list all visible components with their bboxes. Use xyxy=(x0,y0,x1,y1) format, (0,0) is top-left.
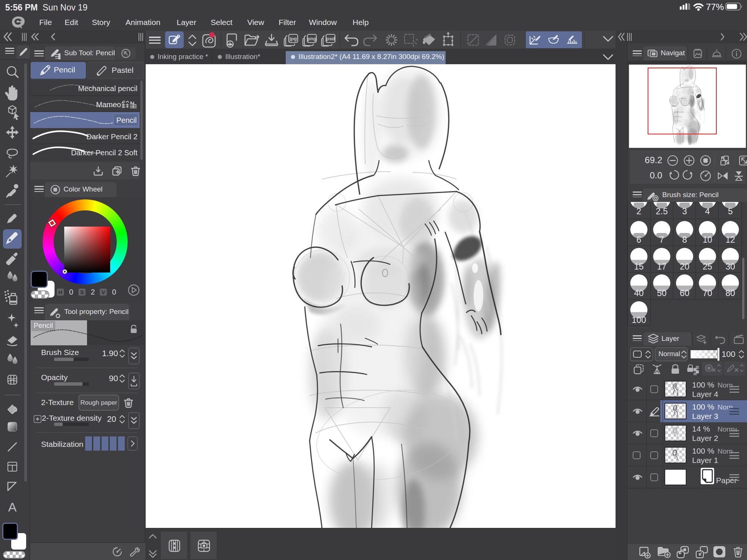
svg-text:17: 17 xyxy=(657,262,667,271)
svg-text:2: 2 xyxy=(636,206,641,216)
svg-text:10: 10 xyxy=(703,235,712,245)
svg-text:2.5: 2.5 xyxy=(656,206,668,216)
svg-text:50: 50 xyxy=(657,288,667,298)
svg-text:70: 70 xyxy=(703,288,712,298)
svg-text:40: 40 xyxy=(634,288,644,298)
svg-text:psd: psd xyxy=(326,36,335,41)
svg-text:12: 12 xyxy=(726,235,735,245)
svg-text:20: 20 xyxy=(680,262,689,271)
svg-text:8: 8 xyxy=(682,235,687,245)
svg-text:A: A xyxy=(8,500,17,514)
svg-text:3: 3 xyxy=(682,206,687,216)
svg-text:4: 4 xyxy=(705,206,710,216)
svg-text:6: 6 xyxy=(636,235,641,245)
svg-text:77%: 77% xyxy=(706,2,724,12)
svg-text:30: 30 xyxy=(726,262,735,271)
svg-text:7: 7 xyxy=(659,235,664,245)
svg-text:png: png xyxy=(307,36,316,41)
svg-text:25: 25 xyxy=(703,262,712,271)
svg-text:60: 60 xyxy=(680,288,689,298)
svg-text:100: 100 xyxy=(632,315,646,325)
svg-text:5: 5 xyxy=(728,206,733,216)
svg-text:80: 80 xyxy=(726,288,735,298)
svg-text:jpg: jpg xyxy=(289,36,297,41)
svg-text:15: 15 xyxy=(634,262,644,271)
